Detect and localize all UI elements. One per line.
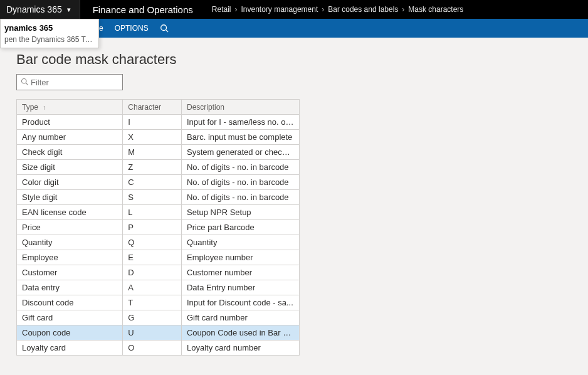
cell-character[interactable]: A <box>123 280 182 295</box>
cell-character[interactable]: E <box>123 250 182 265</box>
cell-character[interactable]: S <box>123 190 182 205</box>
chevron-right-icon: › <box>235 5 238 14</box>
column-label: Character <box>128 103 161 112</box>
column-header-type[interactable]: Type ↑ <box>17 100 123 115</box>
cell-description[interactable]: No. of digits - no. in barcode <box>181 160 299 175</box>
app-title: Finance and Operations <box>80 0 206 19</box>
cell-description[interactable]: Setup NPR Setup <box>181 205 299 220</box>
table-row[interactable]: Discount codeTInput for Discount code - … <box>17 295 300 310</box>
cell-type[interactable]: Product <box>17 115 123 130</box>
table-row[interactable]: Check digitMSystem generated or checked <box>17 145 300 160</box>
table-row[interactable]: Style digitSNo. of digits - no. in barco… <box>17 190 300 205</box>
table-row[interactable]: Coupon codeUCoupon Code used in Bar code <box>17 325 300 341</box>
cell-description[interactable]: No. of digits - no. in barcode <box>181 175 299 190</box>
cell-type[interactable]: Style digit <box>17 190 123 205</box>
cell-description[interactable]: System generated or checked <box>181 145 299 160</box>
cell-type[interactable]: Coupon code <box>17 325 123 341</box>
cell-character[interactable]: C <box>123 175 182 190</box>
cell-description[interactable]: Coupon Code used in Bar code <box>181 325 299 341</box>
cell-description[interactable]: Employee number <box>181 250 299 265</box>
column-header-description[interactable]: Description <box>181 100 299 115</box>
search-icon <box>21 78 28 87</box>
table-row[interactable]: Color digitCNo. of digits - no. in barco… <box>17 175 300 190</box>
breadcrumb-item[interactable]: Inventory management <box>241 5 318 14</box>
chevron-right-icon: › <box>402 5 404 14</box>
cell-type[interactable]: Size digit <box>17 160 123 175</box>
brand-label: Dynamics 365 <box>6 4 62 14</box>
cell-character[interactable]: I <box>123 115 182 130</box>
actionbar-fragment: e <box>99 24 103 33</box>
cell-type[interactable]: Price <box>17 220 123 235</box>
cell-type[interactable]: Loyalty card <box>17 341 123 356</box>
breadcrumb: Retail › Inventory management › Bar code… <box>206 0 470 19</box>
cell-description[interactable]: Input for Discount code - sa... <box>181 295 299 310</box>
cell-description[interactable]: Data Entry number <box>181 280 299 295</box>
cell-character[interactable]: Z <box>123 160 182 175</box>
column-label: Type <box>22 103 38 112</box>
breadcrumb-item[interactable]: Mask characters <box>408 5 463 14</box>
cell-character[interactable]: Q <box>123 235 182 250</box>
brand-switcher[interactable]: Dynamics 365 ▾ <box>0 0 80 19</box>
cell-description[interactable]: Quantity <box>181 235 299 250</box>
dropdown-subtitle: pen the Dynamics 365 Task Pane <box>1 34 98 48</box>
filter-box[interactable] <box>16 74 123 90</box>
cell-character[interactable]: O <box>123 341 182 356</box>
global-header: Dynamics 365 ▾ Finance and Operations Re… <box>0 0 588 19</box>
column-label: Description <box>187 103 224 112</box>
cell-character[interactable]: T <box>123 295 182 310</box>
cell-description[interactable]: No. of digits - no. in barcode <box>181 190 299 205</box>
cell-type[interactable]: Any number <box>17 130 123 145</box>
cell-type[interactable]: Employee <box>17 250 123 265</box>
table-row[interactable]: Data entryAData Entry number <box>17 280 300 295</box>
cell-type[interactable]: Check digit <box>17 145 123 160</box>
table-row[interactable]: Gift cardGGift card number <box>17 310 300 325</box>
column-header-character[interactable]: Character <box>123 100 182 115</box>
svg-point-0 <box>160 25 166 31</box>
table-row[interactable]: ProductIInput for I - same/less no. of .… <box>17 115 300 130</box>
table-row[interactable]: CustomerDCustomer number <box>17 265 300 280</box>
svg-point-2 <box>22 78 27 83</box>
cell-description[interactable]: Gift card number <box>181 310 299 325</box>
cell-description[interactable]: Loyalty card number <box>181 341 299 356</box>
svg-line-3 <box>26 83 28 85</box>
cell-character[interactable]: P <box>123 220 182 235</box>
cell-type[interactable]: Gift card <box>17 310 123 325</box>
cell-description[interactable]: Customer number <box>181 265 299 280</box>
brand-dropdown-tooltip[interactable]: ynamics 365 pen the Dynamics 365 Task Pa… <box>0 19 99 48</box>
cell-type[interactable]: Customer <box>17 265 123 280</box>
cell-description[interactable]: Input for I - same/less no. of ... <box>181 115 299 130</box>
table-row[interactable]: EmployeeEEmployee number <box>17 250 300 265</box>
cell-type[interactable]: Quantity <box>17 235 123 250</box>
cell-type[interactable]: EAN license code <box>17 205 123 220</box>
svg-line-1 <box>165 30 168 33</box>
dropdown-title: ynamics 365 <box>1 19 98 34</box>
cell-description[interactable]: Barc. input must be complete <box>181 130 299 145</box>
breadcrumb-item[interactable]: Retail <box>212 5 231 14</box>
table-row[interactable]: Size digitZNo. of digits - no. in barcod… <box>17 160 300 175</box>
cell-description[interactable]: Price part Barcode <box>181 220 299 235</box>
cell-character[interactable]: M <box>123 145 182 160</box>
cell-type[interactable]: Discount code <box>17 295 123 310</box>
sort-ascending-icon: ↑ <box>43 104 46 111</box>
breadcrumb-item[interactable]: Bar codes and labels <box>328 5 398 14</box>
cell-type[interactable]: Data entry <box>17 280 123 295</box>
options-button[interactable]: OPTIONS <box>115 24 149 33</box>
chevron-down-icon: ▾ <box>67 6 71 14</box>
table-row[interactable]: QuantityQQuantity <box>17 235 300 250</box>
page-title: Bar code mask characters <box>16 51 588 68</box>
cell-character[interactable]: D <box>123 265 182 280</box>
page-content: Bar code mask characters Type ↑ Characte… <box>0 38 588 375</box>
cell-character[interactable]: L <box>123 205 182 220</box>
table-row[interactable]: Any numberXBarc. input must be complete <box>17 130 300 145</box>
cell-character[interactable]: U <box>123 325 182 341</box>
search-icon[interactable] <box>160 24 169 33</box>
mask-characters-table: Type ↑ Character Description ProductIInp… <box>16 99 300 356</box>
filter-input[interactable] <box>31 78 118 87</box>
table-row[interactable]: EAN license codeLSetup NPR Setup <box>17 205 300 220</box>
table-row[interactable]: Loyalty cardOLoyalty card number <box>17 341 300 356</box>
table-row[interactable]: PricePPrice part Barcode <box>17 220 300 235</box>
cell-character[interactable]: X <box>123 130 182 145</box>
cell-type[interactable]: Color digit <box>17 175 123 190</box>
chevron-right-icon: › <box>322 5 324 14</box>
cell-character[interactable]: G <box>123 310 182 325</box>
